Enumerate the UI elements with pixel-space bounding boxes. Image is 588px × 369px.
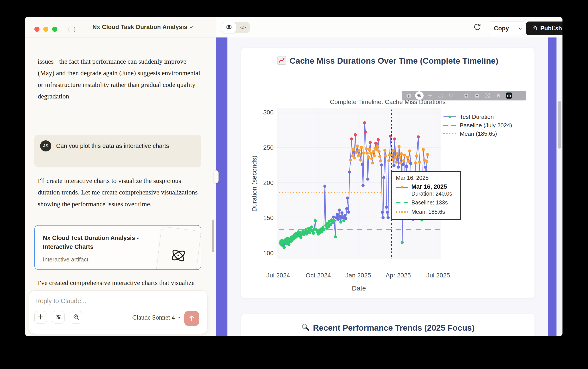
data-point-marker[interactable] [381, 211, 384, 214]
data-point-marker[interactable] [397, 145, 400, 148]
code-tab[interactable]: </> [236, 22, 250, 33]
data-point-marker[interactable] [415, 154, 418, 157]
data-point-marker[interactable] [392, 149, 395, 152]
data-point-marker[interactable] [388, 159, 390, 162]
legend-item-baseline[interactable]: Baseline (July 2024) [443, 121, 512, 130]
data-point-marker[interactable] [385, 206, 388, 209]
data-point-marker[interactable] [381, 216, 385, 219]
data-point-marker[interactable] [346, 196, 349, 200]
artifact-scrollbar-thumb[interactable] [558, 101, 561, 149]
data-point-marker[interactable] [363, 121, 366, 124]
data-point-marker[interactable] [387, 216, 390, 219]
data-point-marker[interactable] [369, 152, 373, 155]
data-point-marker[interactable] [369, 141, 372, 144]
data-point-marker[interactable] [383, 149, 387, 152]
zoom-tool-icon[interactable] [414, 91, 424, 100]
data-point-marker[interactable] [310, 226, 313, 229]
data-point-marker[interactable] [358, 153, 361, 156]
data-point-marker[interactable] [394, 156, 397, 159]
data-point-marker[interactable] [422, 148, 425, 151]
send-button[interactable] [184, 311, 199, 326]
data-point-marker[interactable] [332, 215, 335, 219]
data-point-marker[interactable] [357, 149, 361, 152]
artifact-card[interactable]: Nx Cloud Test Duration Analysis - Intera… [34, 225, 201, 270]
conversation-title-menu[interactable]: Nx Cloud Task Duration Analysis [85, 17, 200, 38]
window-close-light[interactable] [34, 27, 40, 32]
data-point-marker[interactable] [377, 138, 380, 141]
lasso-select-icon[interactable] [446, 91, 456, 100]
data-point-marker[interactable] [361, 163, 364, 166]
data-point-marker[interactable] [360, 146, 363, 149]
data-point-marker[interactable] [384, 154, 387, 157]
data-point-marker[interactable] [395, 161, 398, 164]
data-point-marker[interactable] [353, 156, 356, 159]
data-point-marker[interactable] [408, 149, 411, 153]
zoom-out-icon[interactable] [472, 91, 482, 100]
data-point-marker[interactable] [396, 152, 399, 155]
legend-item-mean[interactable]: Mean (185.6s) [443, 130, 512, 138]
sidebar-toggle-icon[interactable] [69, 27, 75, 32]
data-point-marker[interactable] [386, 211, 389, 214]
reset-axes-home-icon[interactable] [493, 91, 504, 100]
preview-tab[interactable] [222, 22, 236, 33]
window-zoom-light[interactable] [52, 27, 57, 32]
data-point-marker[interactable] [312, 232, 315, 235]
data-point-marker[interactable] [362, 152, 366, 154]
data-point-marker[interactable] [355, 151, 358, 154]
data-point-marker[interactable] [343, 214, 346, 217]
composer-input[interactable]: Reply to Claude... [35, 297, 86, 305]
data-point-marker[interactable] [345, 207, 348, 210]
data-point-marker[interactable] [403, 154, 406, 157]
data-point-marker[interactable] [347, 211, 350, 214]
model-selector[interactable]: Claude Sonnet 4 [132, 314, 181, 321]
data-point-marker[interactable] [314, 219, 317, 222]
legend-item-test-duration[interactable]: Test Duration [443, 113, 512, 121]
window-minimize-light[interactable] [43, 27, 48, 32]
data-point-marker[interactable] [350, 137, 353, 141]
data-point-marker[interactable] [370, 157, 373, 160]
data-point-marker[interactable] [348, 171, 351, 174]
data-point-marker[interactable] [330, 218, 333, 222]
data-point-marker[interactable] [406, 156, 409, 159]
autoscale-icon[interactable] [483, 91, 493, 100]
panel-resize-handle[interactable] [214, 170, 219, 183]
data-point-marker[interactable] [339, 215, 342, 218]
data-point-marker[interactable] [361, 184, 365, 187]
data-point-marker[interactable] [365, 147, 368, 150]
data-point-marker[interactable] [356, 144, 359, 147]
data-point-marker[interactable] [338, 208, 341, 212]
data-point-marker[interactable] [378, 155, 381, 158]
data-point-marker[interactable] [393, 137, 396, 141]
data-point-marker[interactable] [336, 213, 339, 216]
data-point-marker[interactable] [354, 133, 357, 136]
data-point-marker[interactable] [414, 162, 417, 164]
data-point-marker[interactable] [283, 246, 286, 249]
attach-button[interactable] [34, 311, 47, 324]
pan-tool-icon[interactable] [425, 91, 435, 100]
data-point-marker[interactable] [349, 159, 352, 162]
data-point-marker[interactable] [417, 135, 420, 138]
copy-dropdown[interactable] [515, 27, 526, 30]
data-point-marker[interactable] [366, 178, 369, 181]
data-point-marker[interactable] [379, 159, 382, 162]
data-point-marker[interactable] [308, 231, 311, 234]
data-point-marker[interactable] [367, 156, 370, 159]
data-point-marker[interactable] [333, 219, 336, 222]
chat-scrollbar-thumb[interactable] [212, 220, 214, 252]
data-point-marker[interactable] [376, 144, 379, 147]
data-point-marker[interactable] [352, 148, 355, 151]
data-point-marker[interactable] [372, 150, 375, 153]
data-point-marker[interactable] [371, 162, 374, 164]
data-point-marker[interactable] [426, 153, 429, 156]
data-point-marker[interactable] [323, 184, 326, 188]
close-artifact-button[interactable] [550, 23, 560, 33]
data-point-marker[interactable] [409, 162, 412, 165]
data-point-marker[interactable] [397, 166, 400, 169]
data-point-marker[interactable] [340, 211, 344, 215]
data-point-marker[interactable] [336, 218, 340, 221]
data-point-marker[interactable] [401, 241, 404, 244]
download-plot-icon[interactable] [404, 91, 414, 100]
research-button[interactable] [70, 311, 82, 324]
timeline-chart[interactable]: 100150200250300Jul 2024Oct 2024Jan 2025A… [241, 48, 535, 298]
data-point-marker[interactable] [374, 142, 378, 145]
